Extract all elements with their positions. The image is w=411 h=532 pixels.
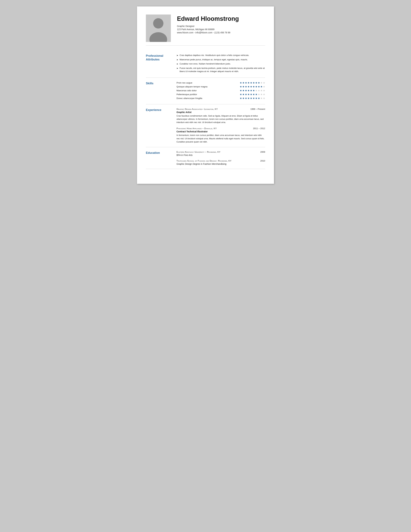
list-item: ➤ Cras dapibus dapibus nis. Vestibulum q… xyxy=(177,54,265,57)
star-empty: ★ xyxy=(260,93,262,96)
star: ★ xyxy=(247,93,250,96)
experience-content: Graphic Design Associates– Lexington, KY… xyxy=(177,108,265,143)
star: ★ xyxy=(242,89,244,92)
skill-stars: ★ ★ ★ ★ ★ ★ ★ ★ ★ ★ xyxy=(240,97,265,100)
star: ★ xyxy=(247,81,250,84)
star: ★ xyxy=(250,89,252,92)
edu-header-row: Traphagen School of Fashion and Design– … xyxy=(177,160,265,162)
header-contact: www.hloom.com - info@hloom.com - (123) 4… xyxy=(177,31,265,34)
skill-name: Proin nec augue xyxy=(177,82,240,84)
star: ★ xyxy=(252,89,255,92)
star: ★ xyxy=(255,93,257,96)
star: ★ xyxy=(250,85,252,88)
star: ★ xyxy=(252,93,255,96)
skill-stars: ★ ★ ★ ★ ★ ★ ★ ★ ★ ★ xyxy=(240,93,265,96)
experience-label: Experience xyxy=(146,108,177,143)
star: ★ xyxy=(242,81,244,84)
star: ★ xyxy=(245,85,247,88)
star: ★ xyxy=(240,85,242,88)
exp-dates: 1999 – Present xyxy=(250,108,265,110)
professional-attributes-content: ➤ Cras dapibus dapibus nis. Vestibulum q… xyxy=(177,54,265,74)
header-info: Edward Hloomstrong Graphic Designer 123 … xyxy=(177,15,265,34)
resume-page: Edward Hloomstrong Graphic Designer 123 … xyxy=(137,6,274,184)
skills-section: Skills Proin nec augue ★ ★ ★ ★ ★ ★ ★ ★ ★… xyxy=(146,78,265,104)
professional-attributes-section: ProfessionalAttributes ➤ Cras dapibus da… xyxy=(146,50,265,78)
edu-year: 2009 xyxy=(260,151,265,153)
star-empty: ★ xyxy=(263,89,265,92)
skill-row: Quisque aliquam tempor magna ★ ★ ★ ★ ★ ★… xyxy=(177,85,265,88)
arrow-icon: ➤ xyxy=(177,62,178,66)
star: ★ xyxy=(245,89,247,92)
star: ★ xyxy=(255,81,257,84)
experience-entry: Panasonic Home Appliance – Danville, KY … xyxy=(177,127,265,143)
star: ★ xyxy=(258,97,260,100)
arrow-icon: ➤ xyxy=(177,58,178,61)
star: ★ xyxy=(260,85,262,88)
education-content: Eastern Kentucky University – Richmond, … xyxy=(177,151,265,165)
star: ★ xyxy=(242,85,244,88)
star: ★ xyxy=(258,85,260,88)
arrow-icon: ➤ xyxy=(177,67,178,70)
list-item: ➤ Fusce iaculis, est quis lacinia pretiu… xyxy=(177,66,265,73)
professional-attributes-label: ProfessionalAttributes xyxy=(146,54,177,74)
skills-label: Skills xyxy=(146,81,177,101)
star: ★ xyxy=(240,89,242,92)
edu-year: 2010 xyxy=(260,160,265,162)
star: ★ xyxy=(245,97,247,100)
experience-entry: Graphic Design Associates– Lexington, KY… xyxy=(177,108,265,124)
header-name: Edward Hloomstrong xyxy=(177,16,265,22)
attr-text: Curabitur non eros. Nullam hendrerit bib… xyxy=(179,62,231,66)
star-empty: ★ xyxy=(260,89,262,92)
exp-header-row: Panasonic Home Appliance – Danville, KY … xyxy=(177,127,265,130)
exp-company: Panasonic Home Appliance – Danville, KY xyxy=(177,127,217,130)
edu-header-row: Eastern Kentucky University – Richmond, … xyxy=(177,151,265,153)
star: ★ xyxy=(242,97,244,100)
star: ★ xyxy=(245,93,247,96)
education-entry: Traphagen School of Fashion and Design– … xyxy=(177,160,265,165)
exp-dates: 2011 – 2012 xyxy=(253,127,265,130)
skill-stars: ★ ★ ★ ★ ★ ★ ★ ★ ★ ★ xyxy=(240,89,265,92)
star-empty: ★ xyxy=(263,93,265,96)
star: ★ xyxy=(252,97,255,100)
attr-text: Cras dapibus dapibus nis. Vestibulum qui… xyxy=(179,54,249,57)
star-empty: ★ xyxy=(263,97,265,100)
star: ★ xyxy=(250,97,252,100)
skill-row: Maecenas odio dolor ★ ★ ★ ★ ★ ★ ★ ★ ★ ★ xyxy=(177,89,265,92)
header-title: Graphic Designer xyxy=(177,25,265,28)
edu-school: Eastern Kentucky University – Richmond, … xyxy=(177,151,221,153)
star: ★ xyxy=(255,85,257,88)
edu-school: Traphagen School of Fashion and Design– … xyxy=(177,160,232,162)
skill-name: Maecenas odio dolor xyxy=(177,89,240,92)
attr-text: Fusce iaculis, est quis lacinia pretium,… xyxy=(179,66,265,73)
education-label: Education xyxy=(146,151,177,165)
star-empty: ★ xyxy=(255,89,257,92)
skill-stars: ★ ★ ★ ★ ★ ★ ★ ★ ★ ★ xyxy=(240,81,265,84)
exp-description: In fermentum, lorem non cursus porttitor… xyxy=(177,134,265,143)
education-entry: Eastern Kentucky University – Richmond, … xyxy=(177,151,265,156)
star: ★ xyxy=(240,81,242,84)
avatar xyxy=(146,15,171,42)
star-empty: ★ xyxy=(258,89,260,92)
skill-name: Pellentesque porttitor xyxy=(177,93,240,95)
skill-row: Pellentesque porttitor ★ ★ ★ ★ ★ ★ ★ ★ ★… xyxy=(177,93,265,96)
svg-point-1 xyxy=(153,18,163,28)
star: ★ xyxy=(245,81,247,84)
star-empty: ★ xyxy=(260,97,262,100)
header-address: 123 Park Avenue, Michigan MI 60689 xyxy=(177,28,265,31)
exp-role: Graphic Artist xyxy=(177,111,265,114)
attr-text: Maecenas pede purus, tristique ac, tempu… xyxy=(179,58,248,61)
exp-description: Cras faucibus condimentum odio. Sed ac l… xyxy=(177,114,265,124)
star: ★ xyxy=(242,93,244,96)
star-empty: ★ xyxy=(258,93,260,96)
star-empty: ★ xyxy=(263,85,265,88)
star: ★ xyxy=(247,89,250,92)
star: ★ xyxy=(240,97,242,100)
header: Edward Hloomstrong Graphic Designer 123 … xyxy=(146,15,265,46)
star: ★ xyxy=(250,81,252,84)
experience-section: Experience Graphic Design Associates– Le… xyxy=(146,104,265,147)
education-section: Education Eastern Kentucky University – … xyxy=(146,147,265,169)
arrow-icon: ➤ xyxy=(177,54,178,57)
skill-name: Quisque aliquam tempor magna xyxy=(177,86,240,88)
skill-row: Donec ullamcorper fringilla ★ ★ ★ ★ ★ ★ … xyxy=(177,97,265,100)
list-item: ➤ Maecenas pede purus, tristique ac, tem… xyxy=(177,58,265,61)
